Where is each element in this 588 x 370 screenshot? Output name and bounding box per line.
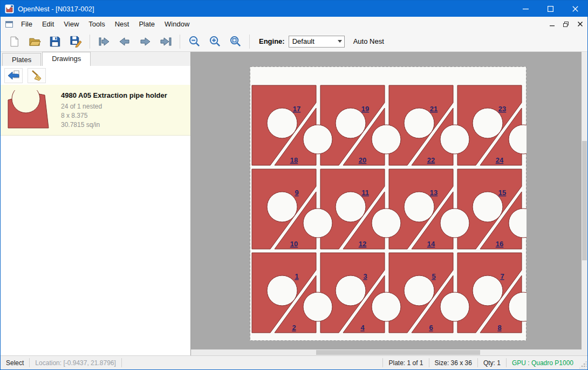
part-notch [336,275,366,306]
clean-button[interactable] [28,68,46,83]
clean-broom-icon [30,70,43,82]
part-number-label: 4 [360,324,365,332]
zoom-fit-button[interactable] [225,33,245,50]
part-number-label: 11 [361,189,369,197]
part-number-label: 23 [498,105,506,113]
nav-last-icon [159,36,172,48]
close-icon [572,6,578,12]
part-notch [440,208,469,238]
resize-grip[interactable] [579,361,586,368]
mdi-close-button[interactable] [573,18,586,30]
mdi-document-icon[interactable] [4,19,14,29]
left-panel: Plates Drawings [1,52,191,355]
part-number-label: 19 [361,105,369,113]
close-icon [578,22,583,26]
window-maximize-button[interactable] [538,1,563,17]
menu-file[interactable]: File [16,17,37,31]
zoom-in-icon [209,35,221,48]
tab-plates[interactable]: Plates [2,53,41,66]
open-button[interactable] [24,33,45,50]
panel-tabs: Plates Drawings [1,52,190,66]
part-number-label: 12 [359,240,366,248]
nest-canvas[interactable]: 171819202122232491011121314151612345678 [191,52,587,355]
window-title: OpenNest - [N0317-002] [18,5,94,13]
minimize-icon [523,6,529,12]
prev-plate-button[interactable] [114,33,135,50]
engine-label: Engine: [259,37,285,45]
menu-tools[interactable]: Tools [84,17,110,31]
nest-plate[interactable]: 171819202122232491011121314151612345678 [250,66,527,341]
main-toolbar: Engine: Default Auto Nest [1,31,587,52]
menu-nest[interactable]: Nest [110,17,134,31]
part-notch [303,125,332,154]
part-number-label: 13 [430,189,437,197]
menu-plate[interactable]: Plate [134,17,160,31]
maximize-icon [548,6,553,12]
assign-plate-button[interactable] [4,68,23,83]
dropdown-caret-icon [338,40,342,43]
part-notch [372,125,401,154]
zoom-fit-icon [229,35,242,48]
first-plate-button[interactable] [94,33,114,50]
part-number-label: 5 [432,272,435,280]
engine-dropdown[interactable]: Default [289,36,345,48]
drawings-toolbar [1,66,190,85]
drawing-list-empty-area[interactable] [1,136,190,355]
horizontal-scrollbar-thumb[interactable] [316,350,480,355]
part-number-label: 9 [295,189,298,197]
mdi-restore-button[interactable] [559,18,572,30]
app-body: Plates Drawings [1,52,587,355]
menu-view[interactable]: View [59,17,84,31]
part-notch [440,125,469,154]
tab-drawings[interactable]: Drawings [42,52,91,66]
window-minimize-button[interactable] [513,1,538,17]
vertical-scrollbar-thumb[interactable] [582,141,587,260]
part-number-label: 15 [498,189,506,197]
part-notch [372,292,401,321]
next-plate-button[interactable] [135,33,155,50]
zoom-out-icon [188,35,201,48]
drawing-title: 4980 A05 Extraction pipe holder [61,91,167,99]
part-number-label: 20 [359,156,366,164]
part-notch [303,208,332,238]
part-number-label: 7 [500,272,504,280]
app-window: OpenNest - [N0317-002] File Edit View To… [0,0,588,370]
last-plate-button[interactable] [155,33,176,50]
save-icon [49,36,61,48]
vertical-scrollbar[interactable] [582,52,587,349]
mdi-minimize-button[interactable] [545,18,558,30]
part-number-label: 24 [496,156,504,164]
drawing-nested-count: 24 of 1 nested [61,102,167,111]
assign-plate-icon [7,70,20,81]
window-close-button[interactable] [563,1,587,17]
drawing-list-item[interactable]: 4980 A05 Extraction pipe holder 24 of 1 … [1,85,190,136]
part-notch [440,292,469,321]
part-number-label: 18 [290,156,298,164]
status-separator [121,358,122,367]
nav-first-icon [98,36,111,48]
menu-window[interactable]: Window [160,17,194,31]
auto-nest-button[interactable]: Auto Nest [353,37,384,45]
zoom-in-button[interactable] [204,33,225,50]
nav-next-icon [139,36,152,48]
part-number-label: 2 [292,324,296,332]
drawing-item-info: 4980 A05 Extraction pipe holder 24 of 1 … [61,89,167,130]
horizontal-scrollbar[interactable] [191,349,582,355]
zoom-out-button[interactable] [184,33,204,50]
app-icon[interactable] [5,4,14,14]
status-size: Size: 36 x 36 [429,359,477,367]
part-number-label: 8 [497,324,501,332]
part-notch [267,275,297,306]
open-folder-icon [29,35,41,48]
part-thumbnail [5,89,54,130]
new-button[interactable] [4,33,24,50]
save-button[interactable] [45,33,65,50]
part-number-label: 14 [427,240,435,248]
part-number-label: 10 [290,240,298,248]
part-number-label: 21 [430,105,437,113]
dropdown-caret-button[interactable] [336,36,344,47]
menu-edit[interactable]: Edit [37,17,59,31]
titlebar[interactable]: OpenNest - [N0317-002] [1,1,587,17]
status-location: Location: [-0.9437, 21.8796] [30,359,121,367]
save-as-button[interactable] [65,33,86,50]
